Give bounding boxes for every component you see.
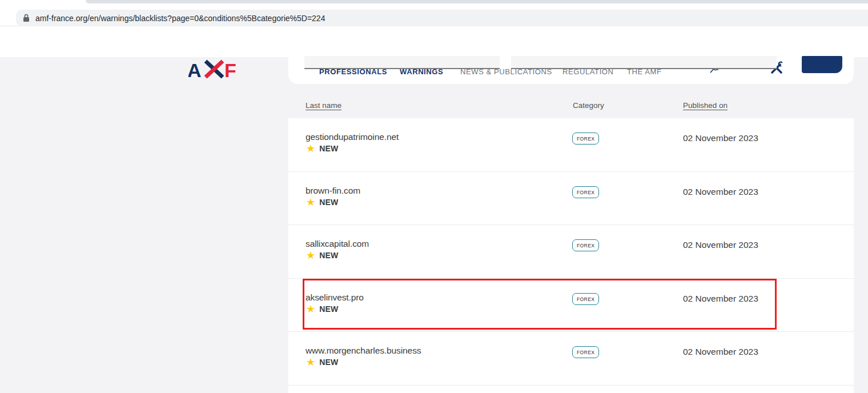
entity-name[interactable]: www.morgencharles.business xyxy=(306,346,421,356)
published-date: 02 November 2023 xyxy=(683,347,758,357)
tab-strip-fill xyxy=(86,0,868,3)
new-badge: NEW xyxy=(319,358,338,367)
new-badge: NEW xyxy=(319,304,338,314)
published-date: 02 November 2023 xyxy=(683,187,758,197)
results-list: gestiondupatrimoine.net ★ NEW FOREX 02 N… xyxy=(288,118,854,393)
new-badge: NEW xyxy=(319,144,338,153)
search-input-1[interactable] xyxy=(304,56,500,69)
table-row[interactable]: gestiondupatrimoine.net ★ NEW FOREX 02 N… xyxy=(288,118,854,172)
browser-tab-strip xyxy=(0,0,868,4)
published-date: 02 November 2023 xyxy=(683,240,758,250)
published-date: 02 November 2023 xyxy=(683,294,758,304)
published-date: 02 November 2023 xyxy=(683,133,758,143)
star-icon: ★ xyxy=(306,357,315,367)
star-icon: ★ xyxy=(306,250,315,260)
browser-toolbar: amf-france.org/en/warnings/blacklists?pa… xyxy=(0,4,868,26)
site-header: A F PROFESSIONALS WARNINGS NEWS & PUBLIC… xyxy=(0,26,868,57)
star-icon: ★ xyxy=(306,197,315,207)
entity-name[interactable]: akselinvest.pro xyxy=(306,292,364,303)
amf-logo[interactable]: A F xyxy=(188,59,240,79)
table-row[interactable]: brown-fin.com ★ NEW FOREX 02 November 20… xyxy=(288,172,854,226)
category-badge: FOREX xyxy=(572,346,599,358)
new-flag: ★ NEW xyxy=(306,357,338,367)
new-flag: ★ NEW xyxy=(306,304,338,314)
column-header-last-name[interactable]: Last name xyxy=(306,101,341,110)
new-badge: NEW xyxy=(319,251,338,260)
new-flag: ★ NEW xyxy=(306,197,338,207)
svg-text:A: A xyxy=(188,59,202,79)
table-row[interactable]: sallixcapital.com ★ NEW FOREX 02 Novembe… xyxy=(288,225,854,279)
category-badge: FOREX xyxy=(572,239,599,251)
table-row[interactable]: akselinvest.pro ★ NEW FOREX 02 November … xyxy=(288,279,854,332)
svg-text:F: F xyxy=(224,59,236,79)
url-text: amf-france.org/en/warnings/blacklists?pa… xyxy=(35,14,325,23)
table-row[interactable]: www.morgencharles.business ★ NEW FOREX 0… xyxy=(288,332,854,386)
new-flag: ★ NEW xyxy=(306,250,338,260)
column-header-category: Category xyxy=(573,101,604,110)
category-badge: FOREX xyxy=(572,186,599,198)
entity-name[interactable]: brown-fin.com xyxy=(306,186,360,196)
star-icon: ★ xyxy=(306,143,315,154)
category-badge: FOREX xyxy=(572,293,599,305)
search-input-2[interactable] xyxy=(511,56,777,69)
new-flag: ★ NEW xyxy=(306,143,338,154)
entity-name[interactable]: sallixcapital.com xyxy=(306,239,369,249)
category-badge: FOREX xyxy=(572,133,599,145)
star-icon: ★ xyxy=(306,304,315,314)
logo-m-mark xyxy=(206,61,223,77)
url-bar[interactable]: amf-france.org/en/warnings/blacklists?pa… xyxy=(16,10,868,26)
search-submit-button[interactable] xyxy=(802,56,842,73)
column-header-published-on[interactable]: Published on xyxy=(683,101,728,110)
new-badge: NEW xyxy=(319,198,338,207)
entity-name[interactable]: gestiondupatrimoine.net xyxy=(306,132,399,142)
lock-icon[interactable] xyxy=(23,14,30,22)
